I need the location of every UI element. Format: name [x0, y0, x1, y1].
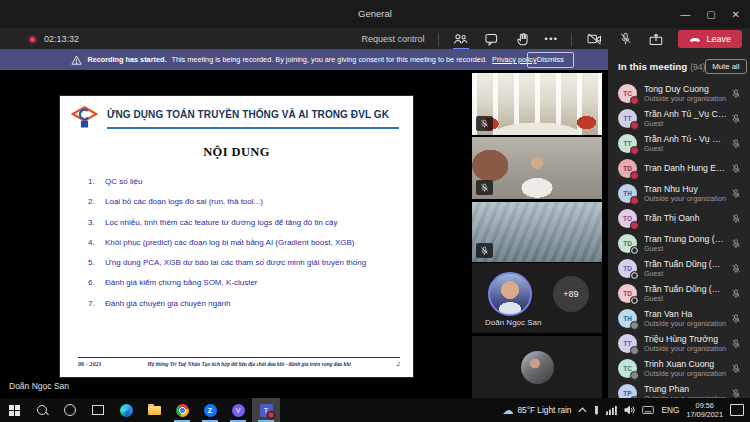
participant-photo-avatar — [521, 351, 554, 384]
teams-icon: T — [260, 404, 273, 417]
university-logo — [71, 105, 98, 132]
presence-status-dot — [630, 196, 639, 205]
participant-avatar: TD — [618, 259, 637, 278]
chrome-app-button[interactable] — [168, 398, 196, 422]
muted-mic-badge — [476, 116, 493, 131]
participant-row[interactable]: TOTrần Thị Oanh — [608, 206, 750, 231]
share-screen-icon — [649, 33, 663, 46]
show-participants-button[interactable] — [452, 30, 470, 48]
video-tile-conference-room[interactable] — [472, 73, 602, 135]
maximize-button[interactable]: ▢ — [706, 9, 715, 20]
participant-avatar: TT — [618, 134, 637, 153]
participant-row[interactable]: TTTriệu Hùng TrưởngOutside your organiza… — [608, 331, 750, 356]
video-tile-avatar[interactable]: +89 Doãn Ngọc San — [472, 263, 602, 333]
recording-indicator-icon — [28, 35, 37, 44]
muted-mic-icon — [731, 89, 741, 99]
task-view-button[interactable] — [84, 398, 112, 422]
search-button[interactable] — [28, 398, 56, 422]
muted-mic-icon — [731, 339, 741, 349]
participant-name: Trần Thị Oanh — [644, 213, 727, 224]
edge-app-button[interactable] — [112, 398, 140, 422]
meeting-timer: 02:13:32 — [44, 34, 79, 44]
zalo-app-button[interactable]: Z — [196, 398, 224, 422]
slide-footer: 06 - 2021 Hệ thống Trí Tuệ Nhân Tạo tích… — [78, 357, 400, 368]
participant-avatar: TD — [618, 234, 637, 253]
participant-row[interactable]: TTTrần Anh Tú - Vụ CNC (Guest)Guest — [608, 131, 750, 156]
muted-mic-badge — [476, 243, 493, 258]
slide-list-item: 7.Đánh giá chuyên gia chuyên ngành — [88, 300, 407, 309]
participant-row[interactable]: THTran Nhu HuyOutside your organization — [608, 181, 750, 206]
dismiss-button[interactable]: Dismiss — [527, 52, 574, 68]
participant-row[interactable]: TCTong Duy CuongOutside your organizatio… — [608, 81, 750, 106]
volume-tray-button[interactable] — [624, 405, 635, 415]
chevron-up-icon — [578, 407, 587, 413]
teams-app-button[interactable]: T — [252, 398, 280, 422]
windows-logo-icon — [9, 405, 20, 416]
start-button[interactable] — [0, 398, 28, 422]
taskbar-clock[interactable]: 09:56 17/09/2021 — [686, 401, 723, 420]
meeting-stage: ỨNG DỤNG TOÁN TRUYỀN THỐNG VÀ AI TRONG Đ… — [0, 70, 608, 398]
share-screen-button[interactable] — [647, 30, 665, 48]
file-explorer-button[interactable] — [140, 398, 168, 422]
divider — [571, 33, 572, 46]
participant-avatar: TT — [618, 109, 637, 128]
slide-list-item: 1.QC số liệu — [88, 178, 407, 187]
participant-row[interactable]: TDTran Danh Hung EVL (Guest) — [608, 156, 750, 181]
show-hidden-icons-button[interactable] — [578, 407, 587, 413]
search-icon — [37, 405, 47, 415]
slide-list-item: 6.Đánh giá kiểm chứng bằng SOM, K-cluste… — [88, 279, 407, 288]
network-icon — [606, 406, 617, 415]
slide-footer-caption: Hệ thống Trí Tuệ Nhân Tạo tích hợp dữ li… — [102, 361, 397, 367]
network-tray-button[interactable] — [606, 406, 617, 415]
mic-off-icon — [619, 32, 632, 46]
mute-all-button[interactable]: Mute all — [705, 59, 746, 74]
presence-status-dot — [630, 246, 639, 255]
participant-row[interactable]: TDTran Trung Dong (Guest)Guest — [608, 231, 750, 256]
slide-list-item: 3.Lọc nhiễu, tính thêm các feature từ đư… — [88, 219, 407, 228]
participant-row[interactable]: TTTrần Anh Tú _Vụ CNC_Bộ KH...Guest — [608, 106, 750, 131]
time-text: 09:56 — [696, 401, 714, 410]
more-actions-button[interactable]: ••• — [545, 34, 559, 44]
participants-panel: In this meeting (94) Mute all ✕ TCTong D… — [608, 50, 750, 422]
weather-widget[interactable]: ☁ 85°F Light rain — [502, 405, 571, 416]
participant-row[interactable]: TCTrinh Xuan CuongOutside your organizat… — [608, 356, 750, 381]
presenter-name-label: Doãn Ngọc San — [9, 381, 69, 391]
close-button[interactable]: ✕ — [732, 9, 740, 20]
show-chat-button[interactable] — [483, 30, 501, 48]
title-underline — [107, 127, 399, 129]
recording-banner: Recording has started. This meeting is b… — [0, 49, 608, 70]
pen-tray-button[interactable] — [594, 405, 599, 416]
language-indicator[interactable]: ENG — [661, 405, 679, 415]
muted-mic-icon — [731, 214, 741, 224]
video-tile-small-avatar[interactable] — [472, 336, 602, 398]
participant-row[interactable]: THTran Van HaOutside your organization — [608, 306, 750, 331]
date-text: 17/09/2021 — [686, 410, 723, 419]
request-control-button[interactable]: Request control — [361, 34, 424, 44]
leave-button[interactable]: Leave — [678, 30, 742, 48]
action-center-button[interactable] — [730, 404, 744, 416]
muted-mic-icon — [731, 164, 741, 174]
participant-avatar: TO — [618, 209, 637, 228]
cortana-button[interactable] — [56, 398, 84, 422]
minimize-button[interactable]: — — [680, 9, 690, 20]
tile-participant-name: Doãn Ngọc San — [485, 318, 541, 327]
overflow-participants-badge[interactable]: +89 — [553, 276, 589, 312]
presence-status-dot — [630, 171, 639, 180]
participant-avatar: TH — [618, 309, 637, 328]
participant-name: Tong Duy Cuong — [644, 84, 727, 95]
participant-name: Trần Anh Tú _Vụ CNC_Bộ KH... — [644, 109, 727, 120]
participant-row[interactable]: TDTrần Tuấn Dũng (Guest)Guest — [608, 256, 750, 281]
video-tile-participant[interactable] — [472, 137, 602, 199]
participant-name: Trần Tuấn Dũng (Guest) — [644, 284, 727, 295]
camera-toggle-button[interactable] — [585, 30, 603, 48]
participant-subtitle: Guest — [644, 120, 727, 129]
raise-hand-button[interactable] — [514, 30, 532, 48]
participant-row[interactable]: TDTrần Tuấn Dũng (Guest)Guest — [608, 281, 750, 306]
mic-off-icon — [480, 246, 489, 256]
keyboard-tray-button[interactable] — [642, 406, 654, 414]
video-tile-ceiling[interactable] — [472, 202, 602, 262]
slide-list: 1.QC số liệu2.Loại bỏ các đoạn logs đo s… — [88, 178, 407, 320]
viber-app-button[interactable]: V — [224, 398, 252, 422]
participant-avatar: TD — [618, 159, 637, 178]
mic-toggle-button[interactable] — [616, 30, 634, 48]
